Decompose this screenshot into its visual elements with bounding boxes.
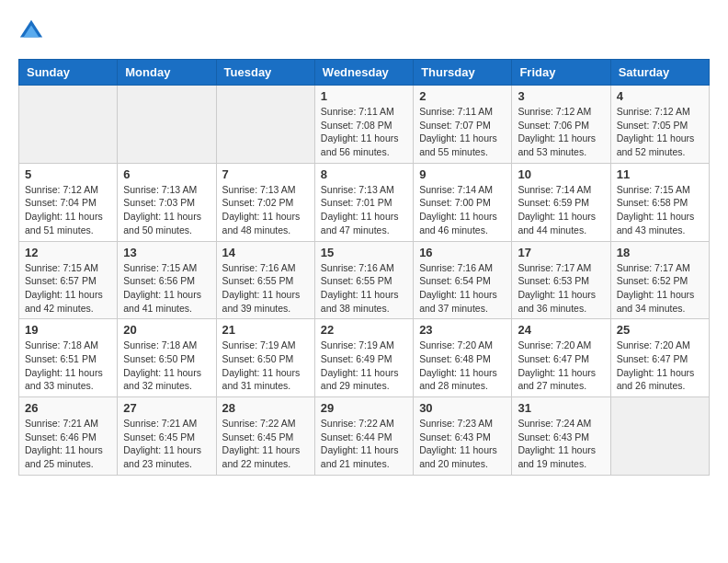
day-number: 13	[123, 246, 210, 259]
calendar-cell: 28Sunrise: 7:22 AMSunset: 6:45 PMDayligh…	[216, 397, 314, 476]
calendar-week-3: 12Sunrise: 7:15 AMSunset: 6:57 PMDayligh…	[19, 241, 710, 319]
day-info: Sunrise: 7:20 AMSunset: 6:47 PMDaylight:…	[518, 339, 604, 393]
calendar-cell: 24Sunrise: 7:20 AMSunset: 6:47 PMDayligh…	[512, 319, 610, 397]
day-info: Sunrise: 7:22 AMSunset: 6:45 PMDaylight:…	[222, 417, 309, 471]
day-info: Sunrise: 7:21 AMSunset: 6:45 PMDaylight:…	[123, 417, 210, 471]
calendar-cell: 3Sunrise: 7:12 AMSunset: 7:06 PMDaylight…	[512, 86, 610, 164]
day-number: 26	[25, 401, 111, 415]
day-info: Sunrise: 7:17 AMSunset: 6:52 PMDaylight:…	[617, 261, 703, 316]
calendar-cell: 25Sunrise: 7:20 AMSunset: 6:47 PMDayligh…	[610, 319, 709, 397]
calendar-cell: 5Sunrise: 7:12 AMSunset: 7:04 PMDaylight…	[19, 163, 118, 241]
weekday-header-tuesday: Tuesday	[216, 60, 314, 86]
day-info: Sunrise: 7:14 AMSunset: 6:59 PMDaylight:…	[518, 183, 604, 237]
calendar-cell	[118, 86, 216, 164]
calendar-week-4: 19Sunrise: 7:18 AMSunset: 6:51 PMDayligh…	[19, 319, 710, 397]
weekday-header-sunday: Sunday	[19, 60, 118, 86]
day-number: 8	[321, 167, 407, 181]
calendar-table: SundayMondayTuesdayWednesdayThursdayFrid…	[18, 59, 710, 476]
day-number: 10	[518, 167, 604, 181]
day-info: Sunrise: 7:21 AMSunset: 6:46 PMDaylight:…	[25, 417, 111, 471]
calendar-cell: 17Sunrise: 7:17 AMSunset: 6:53 PMDayligh…	[512, 241, 610, 319]
weekday-header-thursday: Thursday	[414, 60, 512, 86]
logo	[18, 18, 48, 44]
day-info: Sunrise: 7:13 AMSunset: 7:01 PMDaylight:…	[321, 183, 407, 237]
calendar-cell: 23Sunrise: 7:20 AMSunset: 6:48 PMDayligh…	[414, 319, 512, 397]
day-info: Sunrise: 7:16 AMSunset: 6:55 PMDaylight:…	[222, 261, 309, 316]
day-number: 29	[321, 401, 407, 415]
calendar-cell: 13Sunrise: 7:15 AMSunset: 6:56 PMDayligh…	[118, 241, 216, 319]
day-number: 5	[25, 167, 111, 181]
calendar-cell: 1Sunrise: 7:11 AMSunset: 7:08 PMDaylight…	[314, 86, 413, 164]
day-info: Sunrise: 7:19 AMSunset: 6:49 PMDaylight:…	[321, 339, 407, 393]
day-info: Sunrise: 7:16 AMSunset: 6:55 PMDaylight:…	[321, 261, 407, 316]
day-info: Sunrise: 7:11 AMSunset: 7:08 PMDaylight:…	[321, 105, 407, 159]
day-info: Sunrise: 7:14 AMSunset: 7:00 PMDaylight:…	[419, 183, 506, 237]
day-info: Sunrise: 7:12 AMSunset: 7:06 PMDaylight:…	[518, 105, 604, 159]
calendar-week-1: 1Sunrise: 7:11 AMSunset: 7:08 PMDaylight…	[19, 86, 710, 164]
calendar-cell: 20Sunrise: 7:18 AMSunset: 6:50 PMDayligh…	[118, 319, 216, 397]
day-number: 17	[518, 246, 604, 259]
calendar-cell: 8Sunrise: 7:13 AMSunset: 7:01 PMDaylight…	[314, 163, 413, 241]
calendar-week-5: 26Sunrise: 7:21 AMSunset: 6:46 PMDayligh…	[19, 397, 710, 476]
calendar-cell: 10Sunrise: 7:14 AMSunset: 6:59 PMDayligh…	[512, 163, 610, 241]
calendar-cell: 6Sunrise: 7:13 AMSunset: 7:03 PMDaylight…	[118, 163, 216, 241]
calendar-cell: 18Sunrise: 7:17 AMSunset: 6:52 PMDayligh…	[610, 241, 709, 319]
calendar-cell: 15Sunrise: 7:16 AMSunset: 6:55 PMDayligh…	[314, 241, 413, 319]
day-number: 28	[222, 401, 309, 415]
calendar-cell: 31Sunrise: 7:24 AMSunset: 6:43 PMDayligh…	[512, 397, 610, 476]
calendar-cell: 16Sunrise: 7:16 AMSunset: 6:54 PMDayligh…	[414, 241, 512, 319]
day-number: 21	[222, 323, 309, 337]
day-info: Sunrise: 7:23 AMSunset: 6:43 PMDaylight:…	[419, 417, 506, 471]
day-info: Sunrise: 7:15 AMSunset: 6:56 PMDaylight:…	[123, 261, 210, 316]
calendar-cell: 2Sunrise: 7:11 AMSunset: 7:07 PMDaylight…	[414, 86, 512, 164]
day-info: Sunrise: 7:15 AMSunset: 6:58 PMDaylight:…	[617, 183, 703, 237]
day-info: Sunrise: 7:15 AMSunset: 6:57 PMDaylight:…	[25, 261, 111, 316]
calendar-week-2: 5Sunrise: 7:12 AMSunset: 7:04 PMDaylight…	[19, 163, 710, 241]
day-number: 25	[617, 323, 703, 337]
page-header	[18, 18, 710, 44]
day-number: 18	[617, 246, 703, 259]
calendar-header: SundayMondayTuesdayWednesdayThursdayFrid…	[19, 60, 710, 86]
calendar-cell	[216, 86, 314, 164]
calendar-cell: 26Sunrise: 7:21 AMSunset: 6:46 PMDayligh…	[19, 397, 118, 476]
day-info: Sunrise: 7:20 AMSunset: 6:47 PMDaylight:…	[617, 339, 703, 393]
day-number: 3	[518, 89, 604, 103]
day-number: 30	[419, 401, 506, 415]
weekday-header-friday: Friday	[512, 60, 610, 86]
day-info: Sunrise: 7:16 AMSunset: 6:54 PMDaylight:…	[419, 261, 506, 316]
day-number: 6	[123, 167, 210, 181]
day-number: 12	[25, 246, 111, 259]
logo-icon	[18, 18, 44, 44]
day-number: 15	[321, 246, 407, 259]
calendar-cell	[19, 86, 118, 164]
calendar-cell	[610, 397, 709, 476]
day-number: 4	[617, 89, 703, 103]
day-number: 9	[419, 167, 506, 181]
day-number: 7	[222, 167, 309, 181]
weekday-header-monday: Monday	[118, 60, 216, 86]
calendar-cell: 4Sunrise: 7:12 AMSunset: 7:05 PMDaylight…	[610, 86, 709, 164]
day-info: Sunrise: 7:12 AMSunset: 7:05 PMDaylight:…	[617, 105, 703, 159]
weekday-header-saturday: Saturday	[610, 60, 709, 86]
day-number: 24	[518, 323, 604, 337]
day-number: 2	[419, 89, 506, 103]
calendar-cell: 14Sunrise: 7:16 AMSunset: 6:55 PMDayligh…	[216, 241, 314, 319]
day-number: 14	[222, 246, 309, 259]
weekday-header-wednesday: Wednesday	[314, 60, 413, 86]
day-info: Sunrise: 7:24 AMSunset: 6:43 PMDaylight:…	[518, 417, 604, 471]
day-info: Sunrise: 7:17 AMSunset: 6:53 PMDaylight:…	[518, 261, 604, 316]
calendar-cell: 29Sunrise: 7:22 AMSunset: 6:44 PMDayligh…	[314, 397, 413, 476]
day-info: Sunrise: 7:18 AMSunset: 6:50 PMDaylight:…	[123, 339, 210, 393]
calendar-cell: 9Sunrise: 7:14 AMSunset: 7:00 PMDaylight…	[414, 163, 512, 241]
calendar-cell: 27Sunrise: 7:21 AMSunset: 6:45 PMDayligh…	[118, 397, 216, 476]
calendar-cell: 21Sunrise: 7:19 AMSunset: 6:50 PMDayligh…	[216, 319, 314, 397]
day-number: 31	[518, 401, 604, 415]
day-number: 22	[321, 323, 407, 337]
day-number: 23	[419, 323, 506, 337]
day-number: 19	[25, 323, 111, 337]
weekday-row: SundayMondayTuesdayWednesdayThursdayFrid…	[19, 60, 710, 86]
day-info: Sunrise: 7:13 AMSunset: 7:03 PMDaylight:…	[123, 183, 210, 237]
calendar-cell: 11Sunrise: 7:15 AMSunset: 6:58 PMDayligh…	[610, 163, 709, 241]
calendar-cell: 19Sunrise: 7:18 AMSunset: 6:51 PMDayligh…	[19, 319, 118, 397]
day-number: 16	[419, 246, 506, 259]
